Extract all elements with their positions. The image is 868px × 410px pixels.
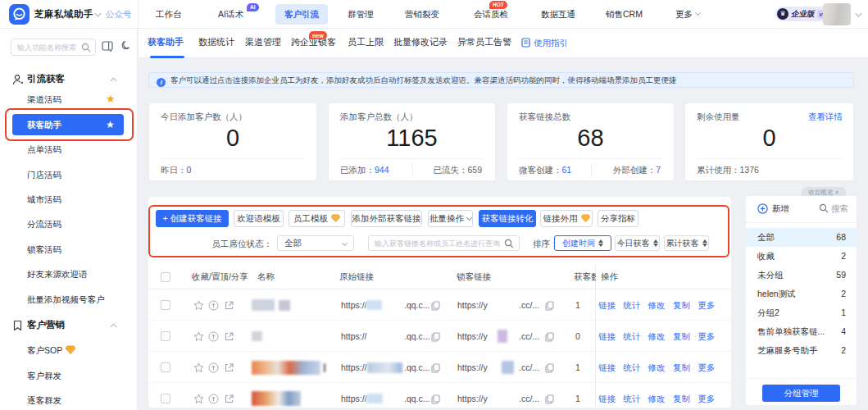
workspace-link[interactable]: 公众号 <box>106 9 132 20</box>
sidebar-item-split-code[interactable]: 分流活码 <box>0 213 138 235</box>
link-action[interactable]: 链接 <box>598 383 616 408</box>
favorite-star-icon[interactable]: ★ <box>106 89 116 110</box>
favorite-star-icon[interactable] <box>193 394 204 404</box>
copy-icon[interactable] <box>431 394 440 404</box>
sidebar-item-chase-mass-send[interactable]: 逐客群发 <box>0 390 138 410</box>
modify-action[interactable]: 修改 <box>648 383 666 408</box>
copy-icon[interactable] <box>431 301 440 311</box>
pin-top-icon[interactable] <box>208 331 219 342</box>
group-item-3[interactable]: 未分组59 <box>746 266 857 285</box>
share-metrics-button[interactable]: 分享指标 <box>598 210 639 227</box>
sidebar-item-batch-video-customer[interactable]: 批量添加视频号客户 <box>0 289 138 310</box>
more-action[interactable]: 更多 <box>698 321 715 352</box>
sidebar-item-city-code[interactable]: 城市活码 <box>0 189 138 210</box>
group-item-7[interactable]: 芝麻服务号助手2 <box>746 341 857 360</box>
row-checkbox[interactable] <box>161 331 170 341</box>
modify-action[interactable]: 修改 <box>648 321 666 352</box>
copy-icon[interactable] <box>545 332 554 342</box>
group-item-5[interactable]: 分组21 <box>746 303 857 322</box>
nav-more[interactable]: 更多 <box>675 0 701 29</box>
tab-staff-limit[interactable]: 员工上限 <box>348 29 384 58</box>
sidebar-item-customer-mass-send[interactable]: 客户群发 <box>0 365 138 386</box>
nav-customer-acquisition[interactable]: 客户引流 <box>275 4 328 25</box>
sidebar-item-lock-code[interactable]: 锁客活码 <box>0 239 138 260</box>
row-checkbox[interactable] <box>161 394 170 403</box>
tab-batch-modify-record[interactable]: 批量修改记录 <box>393 29 448 58</box>
nav-group-management[interactable]: 群管理 <box>348 0 374 29</box>
tab-abnormal-staff-alert[interactable]: 异常员工告警 <box>457 29 511 58</box>
group-item-4[interactable]: helen测试2 <box>746 285 857 303</box>
link-conversion-button[interactable]: 获客链接转化 <box>479 210 536 227</box>
create-link-button[interactable]: + 创建获客链接 <box>156 210 229 227</box>
favorite-star-icon-white[interactable]: ★ <box>106 114 115 135</box>
link-external-use-button[interactable]: 链接外用 <box>540 210 593 227</box>
group-item-1[interactable]: 全部68 <box>746 228 857 247</box>
modify-action[interactable]: 修改 <box>648 289 666 321</box>
group-item-2[interactable]: 收藏2 <box>746 247 857 266</box>
add-external-link-button[interactable]: 添加外部获客链接 <box>351 210 422 227</box>
sidebar-group-marketing[interactable]: 客户营销 <box>0 317 138 334</box>
copy-action[interactable]: 复制 <box>673 383 690 408</box>
manage-groups-button[interactable]: 分组管理 <box>762 385 840 402</box>
collapse-sidebar-icon[interactable] <box>102 40 113 52</box>
tab-channel-management[interactable]: 渠道管理 <box>245 29 281 58</box>
share-icon[interactable] <box>224 300 234 311</box>
share-icon[interactable] <box>224 394 234 404</box>
sort-by-create-time[interactable]: 创建时间 <box>554 235 611 251</box>
copy-icon[interactable] <box>545 301 554 311</box>
welcome-template-button[interactable]: 欢迎语模板 <box>234 210 284 227</box>
nav-workbench[interactable]: 工作台 <box>156 0 182 29</box>
staff-template-button[interactable]: 员工模板 <box>289 210 345 227</box>
nav-ai-script[interactable]: AI话术 <box>218 0 243 29</box>
group-search-button[interactable]: 搜索 <box>819 203 848 215</box>
more-action[interactable]: 更多 <box>698 383 715 408</box>
more-action[interactable]: 更多 <box>698 352 715 383</box>
copy-action[interactable]: 复制 <box>673 289 690 321</box>
pin-top-icon[interactable] <box>208 362 219 373</box>
favorite-star-icon[interactable] <box>193 331 204 342</box>
sidebar-group-acquisition[interactable]: 引流获客 <box>0 71 138 88</box>
sidebar-item-acquisition-assistant[interactable]: 获客助手 ★ <box>0 114 138 135</box>
copy-action[interactable]: 复制 <box>673 321 690 352</box>
pin-top-icon[interactable] <box>208 300 219 311</box>
more-action[interactable]: 更多 <box>698 289 715 321</box>
copy-icon[interactable] <box>545 394 554 404</box>
favorite-star-icon[interactable] <box>193 362 204 373</box>
row-checkbox[interactable] <box>161 300 170 310</box>
stats-action[interactable]: 统计 <box>623 321 640 352</box>
sort-by-total[interactable]: 累计获客 <box>664 235 709 251</box>
sort-by-today[interactable]: 今日获客 <box>615 235 660 251</box>
nav-data-exchange[interactable]: 数据互通 <box>541 0 575 29</box>
sidebar-item-customer-sop[interactable]: 客户SOP <box>0 339 138 361</box>
avatar-chevron-down-icon[interactable] <box>856 11 862 17</box>
link-action[interactable]: 链接 <box>598 289 616 321</box>
copy-icon[interactable] <box>431 363 440 373</box>
usage-guide-link[interactable]: 使用指引 <box>521 29 568 58</box>
link-search-input[interactable] <box>375 236 506 250</box>
stats-action[interactable]: 统计 <box>623 289 640 321</box>
sidebar-search-input[interactable] <box>17 39 81 55</box>
user-avatar[interactable] <box>823 3 851 25</box>
tab-acquisition-assistant[interactable]: 获客助手 <box>148 29 184 58</box>
view-details-link[interactable]: 查看详情 <box>808 112 843 123</box>
sidebar-item-store-code[interactable]: 门店活码 <box>0 164 138 185</box>
link-action[interactable]: 链接 <box>598 321 616 352</box>
stats-action[interactable]: 统计 <box>623 352 640 383</box>
modify-action[interactable]: 修改 <box>648 352 666 383</box>
group-item-6[interactable]: 售前单独获客链...4 <box>746 322 857 341</box>
stats-action[interactable]: 统计 <box>623 383 640 408</box>
pin-top-icon[interactable] <box>208 394 219 404</box>
link-action[interactable]: 链接 <box>598 352 616 383</box>
nav-marketing-fission[interactable]: 营销裂变 <box>405 0 439 29</box>
select-all-checkbox[interactable] <box>161 272 170 282</box>
seat-status-select[interactable]: 全部 <box>277 235 354 251</box>
favorite-star-icon[interactable] <box>193 300 204 311</box>
sidebar-item-channel-code[interactable]: 渠道活码 ★ <box>0 89 138 110</box>
app-logo[interactable] <box>9 4 30 25</box>
sidebar-item-order-code[interactable]: 点单活码 <box>0 139 138 160</box>
sidebar-item-friend-welcome[interactable]: 好友来源欢迎语 <box>0 263 138 285</box>
brand-chevron-down-icon[interactable] <box>95 11 102 17</box>
share-icon[interactable] <box>224 331 234 342</box>
copy-icon[interactable] <box>545 363 554 373</box>
copy-icon[interactable] <box>431 332 440 342</box>
